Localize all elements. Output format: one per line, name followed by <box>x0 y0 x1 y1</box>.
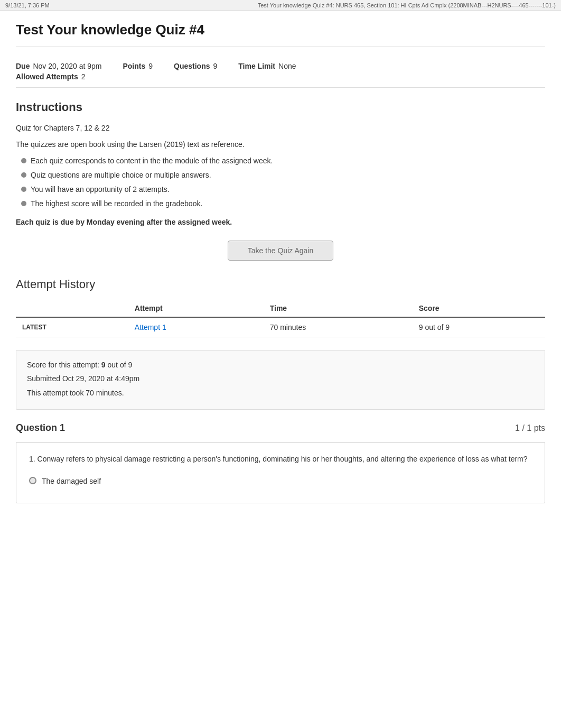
latest-tag: LATEST <box>16 317 128 337</box>
score-prefix: Score for this attempt: <box>27 361 101 369</box>
bullet-dot-3 <box>21 187 26 192</box>
browser-tab-title: Test Your knowledge Quiz #4: NURS 465, S… <box>258 2 556 8</box>
submitted-line: Submitted Oct 29, 2020 at 4:49pm <box>27 373 534 384</box>
attempt-score: 9 out of 9 <box>413 317 545 337</box>
question1-body: Conway refers to physical damage restric… <box>38 455 528 463</box>
answer-damaged-self-text: The damaged self <box>42 476 101 487</box>
col-attempt: Attempt <box>128 300 264 317</box>
attempt-details-box: Score for this attempt: 9 out of 9 Submi… <box>16 350 545 410</box>
allowed-attempts-label: Allowed Attempts <box>16 72 78 81</box>
attempt-time: 70 minutes <box>264 317 413 337</box>
bullet-text-4: The highest score will be recorded in th… <box>31 198 202 209</box>
question1-text: 1. Conway refers to physical damage rest… <box>29 453 532 465</box>
due-label: Due <box>16 62 30 70</box>
browser-timestamp: 9/13/21, 7:36 PM <box>5 2 50 8</box>
bullet-item-1: Each quiz corresponds to content in the … <box>21 155 545 167</box>
questions-value: 9 <box>213 62 217 70</box>
quiz-meta: Due Nov 20, 2020 at 9pm Points 9 Questio… <box>16 56 545 88</box>
score-line: Score for this attempt: 9 out of 9 <box>27 359 534 371</box>
bullet-text-1: Each quiz corresponds to content in the … <box>31 155 273 167</box>
instructions-section: Instructions Quiz for Chapters 7, 12 & 2… <box>16 100 545 228</box>
instructions-bullets: Each quiz corresponds to content in the … <box>16 155 545 209</box>
quiz-title: Test Your knowledge Quiz #4 <box>16 22 545 47</box>
instructions-heading: Instructions <box>16 100 545 114</box>
time-limit-value: None <box>278 62 296 70</box>
col-time: Time <box>264 300 413 317</box>
question1-header: Question 1 1 / 1 pts <box>16 422 545 434</box>
attempt-history-table: Attempt Time Score LATEST Attempt 1 70 m… <box>16 300 545 337</box>
questions-label: Questions <box>174 62 210 70</box>
question1-box: 1. Conway refers to physical damage rest… <box>16 442 545 503</box>
col-score: Score <box>413 300 545 317</box>
col-blank <box>16 300 128 317</box>
attempt-history-heading: Attempt History <box>16 278 545 291</box>
points-value: 9 <box>148 62 153 70</box>
instructions-para2: The quizzes are open book using the Lars… <box>16 139 545 150</box>
points-label: Points <box>123 62 145 70</box>
time-limit-label: Time Limit <box>238 62 275 70</box>
bullet-item-4: The highest score will be recorded in th… <box>21 198 545 209</box>
bullet-dot-1 <box>21 158 26 163</box>
bullet-text-3: You will have an opportunity of 2 attemp… <box>31 184 170 195</box>
radio-damaged-self <box>29 477 36 484</box>
score-suffix: out of 9 <box>106 361 133 369</box>
duration-line: This attempt took 70 minutes. <box>27 387 534 399</box>
question1-title: Question 1 <box>16 422 65 434</box>
attempt-link-cell[interactable]: Attempt 1 <box>128 317 264 337</box>
table-row: LATEST Attempt 1 70 minutes 9 out of 9 <box>16 317 545 337</box>
bullet-dot-4 <box>21 201 26 206</box>
bullet-item-3: You will have an opportunity of 2 attemp… <box>21 184 545 195</box>
take-quiz-again-button[interactable]: Take the Quiz Again <box>228 241 333 261</box>
attempt-1-link[interactable]: Attempt 1 <box>135 323 166 331</box>
bullet-item-2: Quiz questions are multiple choice or mu… <box>21 170 545 181</box>
bullet-text-2: Quiz questions are multiple choice or mu… <box>31 170 211 181</box>
question1-number: 1. <box>29 455 35 463</box>
score-value: 9 <box>101 361 106 369</box>
due-value: Nov 20, 2020 at 9pm <box>33 62 101 70</box>
allowed-attempts-value: 2 <box>81 72 86 81</box>
instructions-para1: Quiz for Chapters 7, 12 & 22 <box>16 123 545 134</box>
bold-notice: Each quiz is due by Monday evening after… <box>16 217 545 228</box>
question1-pts: 1 / 1 pts <box>515 423 545 433</box>
bullet-dot-2 <box>21 172 26 178</box>
answer-option-1: The damaged self <box>29 476 532 487</box>
